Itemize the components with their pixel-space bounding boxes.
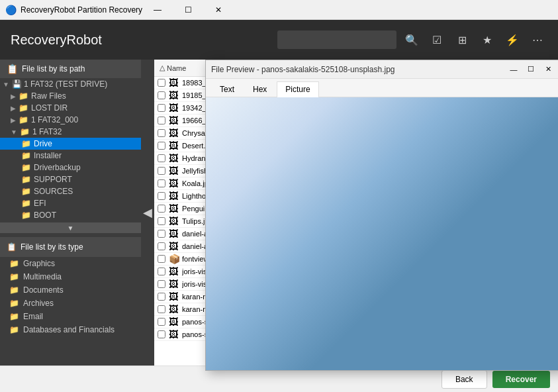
- back-button[interactable]: Back: [442, 370, 487, 389]
- tab-text[interactable]: Text: [211, 81, 243, 97]
- file-checkbox[interactable]: [154, 192, 169, 200]
- file-checkbox[interactable]: [154, 167, 169, 175]
- file-checkbox[interactable]: [154, 104, 169, 112]
- file-checkbox[interactable]: [154, 280, 169, 288]
- folder-icon-driverbackup: 📁: [21, 163, 31, 172]
- minimize-button[interactable]: —: [142, 0, 173, 20]
- sort-icon: △: [160, 64, 165, 72]
- maximize-button[interactable]: ☐: [173, 0, 203, 20]
- file-checkbox[interactable]: [154, 305, 169, 313]
- folder-icon-1fat32: 📁: [20, 127, 30, 136]
- file-type-icon: 🖼: [169, 178, 181, 189]
- file-checkbox[interactable]: [154, 142, 169, 150]
- file-checkbox[interactable]: [154, 79, 169, 87]
- sidebar-collapse-panel[interactable]: ◀: [141, 60, 154, 366]
- file-type-icon: 🖼: [169, 317, 181, 327]
- tree-item-efi[interactable]: 📁 EFI: [0, 197, 141, 209]
- modal-maximize-btn[interactable]: ☐: [522, 62, 539, 77]
- folder-icon-drive: 📁: [21, 139, 31, 148]
- type-item-email[interactable]: 📁 Email: [0, 310, 141, 323]
- type-item-multimedia[interactable]: 📁 Multimedia: [0, 270, 141, 283]
- file-checkbox[interactable]: [154, 318, 169, 326]
- file-type-icon: 🖼: [169, 166, 181, 176]
- drive-icon: 💾: [12, 79, 22, 89]
- app-header: RecoveryRobot 🔍 ☑ ⊞ ★ ⚡ ⋯: [0, 20, 558, 60]
- file-type-icon: 🖼: [169, 90, 181, 101]
- tree-item-lostdir[interactable]: ▶ 📁 LOST DIR: [0, 102, 141, 114]
- modal-close-btn[interactable]: ✕: [539, 62, 557, 77]
- folder-icon-sources: 📁: [21, 187, 31, 196]
- file-checkbox[interactable]: [154, 242, 169, 250]
- file-checkbox[interactable]: [154, 255, 169, 263]
- file-checkbox[interactable]: [154, 230, 169, 238]
- file-preview-modal: File Preview - panos-sakalakis-525108-un…: [205, 60, 558, 371]
- folder-icon-databases: 📁: [9, 325, 19, 334]
- file-checkbox[interactable]: [154, 117, 169, 124]
- file-type-icon: 🖼: [169, 304, 181, 315]
- preview-image: 3:27 Wednesday, January 17 Couldn't reco…: [206, 97, 558, 370]
- type-item-databases[interactable]: 📁 Databases and Financials: [0, 323, 141, 336]
- header-tools: 🔍 ☑ ⊞ ★ ⚡ ⋯: [277, 30, 547, 50]
- search-icon-btn[interactable]: 🔍: [402, 30, 422, 50]
- folder-icon-graphics: 📁: [9, 259, 19, 268]
- file-type-icon: 🖼: [169, 279, 181, 289]
- file-checkbox[interactable]: [154, 268, 169, 275]
- modal-titlebar: File Preview - panos-sakalakis-525108-un…: [206, 60, 558, 79]
- tree-item-fat32[interactable]: ▼ 💾 1 FAT32 (TEST DRIVE): [0, 78, 141, 90]
- tab-hex[interactable]: Hex: [244, 81, 275, 97]
- file-type-icon: 🖼: [169, 191, 181, 201]
- tree-item-1fat32[interactable]: ▼ 📁 1 FAT32: [0, 126, 141, 138]
- app-icon: 🔵: [5, 5, 17, 15]
- tree-item-support[interactable]: 📁 SUPPORT: [0, 173, 141, 185]
- folder-icon-installer: 📁: [21, 151, 31, 160]
- type-items: 📁 Graphics 📁 Multimedia 📁 Documents 📁 Ar…: [0, 257, 141, 336]
- file-checkbox[interactable]: [154, 205, 169, 213]
- scroll-down-btn[interactable]: ▼: [0, 222, 141, 233]
- file-checkbox[interactable]: [154, 154, 169, 162]
- file-type-icon: 🖼: [169, 266, 181, 277]
- file-type-icon: 🖼: [169, 103, 181, 113]
- type-section-icon: 📋: [7, 242, 17, 252]
- file-type-icon: 🖼: [169, 153, 181, 164]
- tree-item-drive[interactable]: 📁 Drive: [0, 138, 141, 150]
- type-item-documents[interactable]: 📁 Documents: [0, 283, 141, 297]
- file-checkbox[interactable]: [154, 179, 169, 187]
- collapse-arrow-icon: ◀: [143, 205, 152, 220]
- type-section-header[interactable]: 📋 File list by its type: [0, 237, 141, 257]
- file-type-icon: 🖼: [169, 241, 181, 252]
- grid-icon-btn[interactable]: ⊞: [452, 30, 472, 50]
- tree-item-driverbackup[interactable]: 📁 Driverbackup: [0, 162, 141, 173]
- type-item-archives[interactable]: 📁 Archives: [0, 297, 141, 310]
- window-controls: — ☐ ✕: [142, 0, 234, 20]
- file-checkbox[interactable]: [154, 293, 169, 301]
- file-type-icon: 🖼: [169, 216, 181, 226]
- path-icon: 📋: [7, 64, 18, 74]
- tree-item-raw[interactable]: ▶ 📁 Raw Files: [0, 90, 141, 102]
- file-tree: ▼ 💾 1 FAT32 (TEST DRIVE) ▶ 📁 Raw Files ▶…: [0, 78, 141, 221]
- file-checkbox[interactable]: [154, 129, 169, 137]
- file-checkbox[interactable]: [154, 217, 169, 225]
- tab-picture[interactable]: Picture: [277, 81, 318, 97]
- file-checkbox[interactable]: [154, 330, 169, 338]
- more-icon-btn[interactable]: ⋯: [528, 30, 547, 50]
- app-logo: RecoveryRobot: [11, 32, 277, 48]
- modal-minimize-btn[interactable]: —: [505, 62, 522, 77]
- folder-icon-raw: 📁: [19, 91, 28, 101]
- tree-item-sources[interactable]: 📁 SOURCES: [0, 185, 141, 197]
- tree-item-fat32_000[interactable]: ▶ 📁 1 FAT32_000: [0, 114, 141, 126]
- recover-button[interactable]: Recover: [492, 371, 550, 388]
- file-checkbox[interactable]: [154, 91, 169, 99]
- search-input[interactable]: [277, 30, 396, 49]
- modal-content: 3:27 Wednesday, January 17 Couldn't reco…: [206, 97, 558, 370]
- path-section-header[interactable]: 📋 File list by its path: [0, 60, 141, 78]
- tree-item-installer[interactable]: 📁 Installer: [0, 150, 141, 162]
- star-icon-btn[interactable]: ★: [477, 30, 497, 50]
- file-type-icon: 🖼: [169, 329, 181, 340]
- file-type-icon: 📦: [169, 254, 181, 264]
- tree-item-boot[interactable]: 📁 BOOT: [0, 209, 141, 221]
- type-item-graphics[interactable]: 📁 Graphics: [0, 257, 141, 270]
- close-button[interactable]: ✕: [203, 0, 234, 20]
- lightning-icon-btn[interactable]: ⚡: [502, 30, 522, 50]
- file-type-icon: 🖼: [169, 291, 181, 302]
- check-icon-btn[interactable]: ☑: [427, 30, 447, 50]
